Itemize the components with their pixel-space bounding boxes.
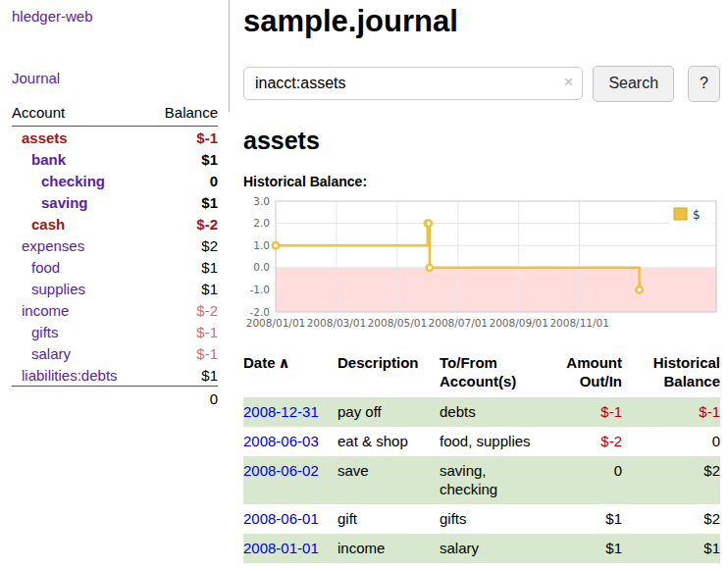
sidebar-account-link[interactable]: bank bbox=[31, 151, 66, 168]
register-col-accounts: To/FromAccount(s) bbox=[440, 351, 549, 397]
svg-text:2008/09/01: 2008/09/01 bbox=[489, 317, 548, 329]
register-date-cell: 2008-12-31 bbox=[243, 397, 338, 427]
register-col-histbal: HistoricalBalance bbox=[622, 351, 720, 397]
sidebar-item-journal[interactable]: Journal bbox=[12, 70, 228, 86]
account-row: saving$1 bbox=[12, 191, 218, 213]
historical-balance-chart-svg: 3.02.01.00.0-1.0-2.02008/01/012008/03/01… bbox=[243, 194, 720, 336]
sidebar-account-link[interactable]: liabilities:debts bbox=[22, 367, 118, 384]
chart-title: Historical Balance: bbox=[243, 174, 720, 189]
svg-text:-2.0: -2.0 bbox=[250, 305, 271, 317]
register-amount: $1 bbox=[549, 534, 622, 563]
register-row: 2008-01-01incomesalary$1$1 bbox=[243, 534, 720, 563]
sidebar-account-link[interactable]: supplies bbox=[31, 281, 85, 297]
search-button[interactable]: Search bbox=[593, 66, 674, 102]
accounts-table: Account Balance assets$-1bank$1checking0… bbox=[12, 102, 218, 410]
register-col-amount: AmountOut/In bbox=[549, 351, 622, 397]
register-date-link[interactable]: 2008-01-01 bbox=[243, 540, 319, 556]
register-description: gift bbox=[338, 504, 440, 534]
register-date-cell: 2008-06-02 bbox=[243, 456, 338, 504]
sidebar-account-balance: $-2 bbox=[149, 299, 218, 321]
accounts-col-account: Account bbox=[12, 102, 149, 127]
register-date-cell: 2008-01-01 bbox=[243, 534, 338, 563]
balance-chart: 3.02.01.00.0-1.0-2.02008/01/012008/03/01… bbox=[243, 194, 720, 338]
sidebar-account-balance: $1 bbox=[149, 278, 218, 299]
sidebar-account-link[interactable]: food bbox=[31, 259, 60, 276]
account-row: liabilities:debts$1 bbox=[12, 364, 218, 387]
sidebar-account-link[interactable]: gifts bbox=[31, 324, 59, 340]
data-point-marker bbox=[636, 286, 642, 292]
clear-search-icon[interactable]: × bbox=[563, 74, 573, 90]
register-table: Date∧ Description To/FromAccount(s) Amou… bbox=[243, 351, 720, 563]
account-row: assets$-1 bbox=[12, 127, 218, 149]
search-box: × bbox=[243, 67, 583, 100]
register-date-cell: 2008-06-03 bbox=[243, 427, 338, 456]
account-row: supplies$1 bbox=[12, 278, 218, 299]
register-amount: 0 bbox=[549, 456, 622, 504]
svg-text:-1.0: -1.0 bbox=[250, 284, 271, 295]
svg-text:2008/07/01: 2008/07/01 bbox=[429, 317, 489, 329]
sidebar-account-link[interactable]: cash bbox=[31, 216, 65, 233]
sidebar-account-link[interactable]: checking bbox=[41, 173, 105, 189]
search-row: × Search ? bbox=[243, 66, 720, 102]
main-content: sample.journal × Search ? assets Histori… bbox=[243, 0, 728, 563]
sidebar-account-balance: $2 bbox=[149, 234, 218, 256]
sidebar: hledger-web Journal Account Balance asse… bbox=[0, 0, 228, 410]
register-date-link[interactable]: 2008-06-02 bbox=[243, 462, 319, 479]
register-accounts: gifts bbox=[440, 504, 549, 534]
register-description: save bbox=[338, 456, 440, 504]
register-historical-balance: $-1 bbox=[622, 397, 720, 427]
register-row: 2008-06-02savesaving, checking0$2 bbox=[243, 456, 720, 504]
account-row: gifts$-1 bbox=[12, 321, 218, 342]
legend-swatch bbox=[674, 208, 687, 220]
register-amount: $1 bbox=[549, 504, 622, 534]
register-historical-balance: 0 bbox=[622, 427, 720, 456]
sidebar-account-balance: $1 bbox=[149, 256, 218, 278]
data-point-marker bbox=[426, 220, 432, 226]
register-date-link[interactable]: 2008-06-03 bbox=[243, 433, 319, 449]
sidebar-account-link[interactable]: expenses bbox=[22, 237, 84, 254]
accounts-header-row: Account Balance bbox=[12, 102, 218, 127]
help-button[interactable]: ? bbox=[688, 66, 720, 102]
brand-link[interactable]: hledger-web bbox=[12, 8, 228, 25]
page-title: sample.journal bbox=[243, 4, 720, 39]
register-accounts: saving, checking bbox=[440, 456, 549, 504]
account-row: bank$1 bbox=[12, 148, 218, 170]
register-accounts: salary bbox=[440, 534, 549, 563]
svg-text:$: $ bbox=[693, 207, 701, 221]
register-historical-balance: $2 bbox=[622, 456, 720, 504]
svg-text:2.0: 2.0 bbox=[253, 217, 270, 229]
register-col-date-label: Date bbox=[243, 354, 276, 371]
register-amount: $-2 bbox=[549, 427, 622, 456]
sidebar-account-link[interactable]: income bbox=[22, 302, 69, 319]
sidebar-divider bbox=[229, 0, 230, 112]
register-description: eat & shop bbox=[338, 427, 440, 456]
accounts-total-value: 0 bbox=[149, 387, 218, 410]
register-col-description: Description bbox=[338, 351, 440, 397]
register-header-row: Date∧ Description To/FromAccount(s) Amou… bbox=[243, 351, 720, 397]
register-col-date[interactable]: Date∧ bbox=[243, 351, 338, 397]
search-input[interactable] bbox=[244, 68, 582, 99]
account-heading: assets bbox=[243, 127, 720, 155]
svg-text:1.0: 1.0 bbox=[253, 238, 270, 250]
sidebar-account-link[interactable]: salary bbox=[31, 345, 71, 362]
register-description: income bbox=[338, 534, 440, 563]
register-historical-balance: $2 bbox=[622, 504, 720, 534]
register-accounts: food, supplies bbox=[440, 427, 549, 456]
register-description: pay off bbox=[338, 397, 440, 427]
sidebar-account-balance: $1 bbox=[149, 148, 218, 170]
account-row: salary$-1 bbox=[12, 342, 218, 364]
data-point-marker bbox=[273, 242, 279, 248]
account-row: checking0 bbox=[12, 170, 218, 191]
sidebar-account-link[interactable]: saving bbox=[41, 194, 88, 211]
svg-text:2008/05/01: 2008/05/01 bbox=[368, 317, 428, 329]
app-root: hledger-web Journal Account Balance asse… bbox=[0, 0, 728, 571]
sort-ascending-icon: ∧ bbox=[279, 354, 290, 371]
sidebar-account-balance: $-2 bbox=[149, 213, 218, 234]
accounts-body: assets$-1bank$1checking0saving$1cash$-2e… bbox=[12, 127, 218, 387]
svg-text:0.0: 0.0 bbox=[253, 261, 270, 273]
sidebar-account-link[interactable]: assets bbox=[22, 130, 68, 146]
register-date-link[interactable]: 2008-12-31 bbox=[243, 403, 319, 420]
register-historical-balance: $1 bbox=[622, 534, 720, 563]
sidebar-account-balance: $1 bbox=[149, 191, 218, 213]
register-date-link[interactable]: 2008-06-01 bbox=[243, 510, 319, 527]
